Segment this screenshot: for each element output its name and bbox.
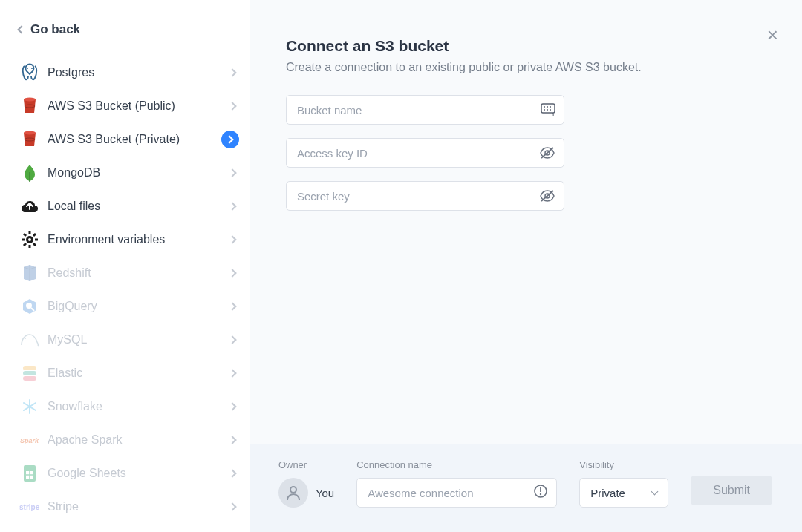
sidebar-item-s3[interactable]: AWS S3 Bucket (Public): [15, 89, 250, 122]
sheets-icon: [19, 463, 40, 484]
svg-point-37: [544, 109, 545, 111]
sidebar-item-env[interactable]: Environment variables: [15, 223, 250, 256]
local-icon: [19, 196, 40, 217]
eye-off-icon[interactable]: [539, 146, 555, 160]
mongodb-icon: [19, 162, 40, 183]
sidebar-item-label: MySQL: [48, 333, 229, 347]
connection-name-column: Connection name: [356, 459, 557, 508]
access-key-input[interactable]: [286, 138, 564, 168]
svg-text:Spark: Spark: [20, 437, 39, 444]
sidebar-item-label: Postgres: [48, 66, 229, 79]
svg-point-8: [28, 238, 31, 241]
svg-point-36: [550, 106, 551, 108]
sidebar-item-mysql: MySQL: [15, 323, 250, 356]
svg-line-13: [24, 234, 26, 236]
spark-icon: Spark: [19, 430, 40, 450]
sidebar-item-elastic: Elastic: [15, 356, 250, 390]
svg-point-4: [24, 131, 36, 134]
bucket-name-input[interactable]: [286, 95, 564, 125]
chevron-right-icon: [228, 369, 236, 377]
svg-text:1: 1: [552, 112, 555, 116]
visibility-label: Visibility: [579, 459, 668, 470]
page-title: Connect an S3 bucket: [286, 37, 766, 55]
chevron-right-icon: [228, 335, 236, 344]
keyboard-icon: 1: [541, 103, 555, 116]
owner-label: Owner: [278, 459, 334, 470]
elastic-icon: [19, 363, 40, 384]
svg-text:stripe: stripe: [19, 503, 40, 511]
chevron-right-icon: [228, 168, 236, 177]
chevron-right-active-icon: [221, 131, 239, 148]
go-back-button[interactable]: Go back: [15, 22, 250, 37]
snowflake-icon: [19, 396, 40, 417]
sidebar-item-s3[interactable]: AWS S3 Bucket (Private): [15, 122, 250, 156]
chevron-right-icon: [228, 402, 236, 410]
page-subtitle: Create a connection to an existing publi…: [286, 61, 766, 74]
sidebar-item-label: BigQuery: [48, 300, 229, 313]
svg-point-38: [547, 109, 548, 111]
stripe-icon: stripe: [19, 496, 40, 517]
svg-point-2: [24, 97, 36, 101]
chevron-right-icon: [228, 102, 236, 110]
visibility-column: Visibility Private: [579, 459, 668, 508]
sidebar-item-bigquery: BigQuery: [15, 289, 250, 323]
chevron-right-icon: [228, 68, 236, 76]
svg-rect-22: [23, 376, 36, 381]
sidebar: Go back PostgresAWS S3 Bucket (Public)AW…: [0, 0, 250, 532]
env-icon: [19, 229, 40, 250]
chevron-right-icon: [228, 502, 236, 510]
redshift-icon: [19, 263, 40, 283]
eye-off-icon[interactable]: [539, 189, 555, 203]
sidebar-item-label: Stripe: [48, 500, 229, 513]
svg-point-45: [290, 487, 296, 493]
owner-column: Owner You: [278, 459, 334, 508]
sidebar-item-spark: SparkApache Spark: [15, 423, 250, 456]
connection-name-input[interactable]: [356, 478, 557, 508]
submit-button[interactable]: Submit: [691, 476, 772, 505]
chevron-right-icon: [228, 302, 236, 310]
sidebar-item-label: AWS S3 Bucket (Private): [48, 133, 221, 146]
chevron-left-icon: [17, 25, 25, 33]
sidebar-item-redshift: Redshift: [15, 256, 250, 289]
sidebar-item-postgres[interactable]: Postgres: [15, 56, 250, 89]
visibility-select[interactable]: Private: [579, 478, 668, 508]
visibility-value: Private: [590, 487, 625, 499]
chevron-right-icon: [228, 469, 236, 477]
connection-name-label: Connection name: [356, 459, 557, 470]
svg-point-19: [25, 338, 26, 339]
svg-rect-20: [23, 366, 36, 370]
sidebar-item-sheets: Google Sheets: [15, 456, 250, 490]
sidebar-item-mixpanel: mixpanelMixpanel: [15, 523, 250, 532]
main-panel: × Connect an S3 bucket Create a connecti…: [250, 0, 802, 532]
owner-value: You: [316, 487, 334, 499]
sidebar-item-mongodb[interactable]: MongoDB: [15, 156, 250, 189]
svg-point-48: [540, 493, 541, 495]
s3-icon: [19, 96, 40, 116]
chevron-right-icon: [228, 269, 236, 277]
svg-point-39: [550, 109, 551, 111]
svg-rect-21: [23, 371, 36, 375]
mysql-icon: [19, 329, 40, 350]
chevron-down-icon: [651, 488, 659, 496]
sidebar-item-snowflake: Snowflake: [15, 390, 250, 423]
form-content: Connect an S3 bucket Create a connection…: [250, 0, 802, 444]
svg-point-34: [544, 106, 545, 108]
sidebar-item-local[interactable]: Local files: [15, 189, 250, 223]
postgres-icon: [19, 62, 40, 83]
svg-line-16: [33, 234, 36, 236]
close-button[interactable]: ×: [767, 24, 778, 47]
sidebar-item-label: Google Sheets: [48, 467, 229, 480]
svg-point-17: [26, 303, 32, 309]
sidebar-item-label: MongoDB: [48, 166, 229, 180]
sidebar-item-label: AWS S3 Bucket (Public): [48, 99, 229, 113]
secret-key-field: [286, 181, 564, 211]
bucket-name-field: 1: [286, 95, 564, 125]
svg-line-14: [33, 243, 36, 246]
secret-key-input[interactable]: [286, 181, 564, 211]
go-back-label: Go back: [30, 22, 80, 37]
sidebar-item-label: Snowflake: [48, 400, 229, 413]
chevron-right-icon: [228, 235, 236, 243]
sidebar-item-label: Elastic: [48, 367, 229, 380]
sidebar-item-stripe: stripeStripe: [15, 490, 250, 523]
svg-point-0: [27, 68, 28, 69]
